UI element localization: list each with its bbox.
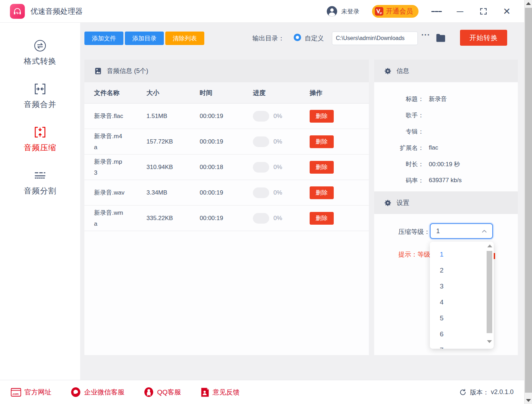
dropdown-option-6[interactable]: 6	[430, 326, 494, 342]
progress-percent: 0%	[273, 138, 282, 145]
dropdown-option-5[interactable]: 5	[430, 310, 494, 326]
info-field-value: 新录音	[429, 95, 447, 103]
file-duration: 00:00:18	[200, 164, 253, 171]
compress-level-hint: 提示：等级	[398, 250, 430, 259]
footer-link-official-site[interactable]: .com 官方网址	[11, 388, 51, 397]
custom-dir-radio[interactable]	[294, 34, 301, 41]
compress-arrows-icon	[33, 125, 48, 140]
add-dir-button[interactable]: 添加目录	[125, 32, 164, 45]
progress-cell: 0%	[253, 213, 310, 224]
window-scrollbar[interactable]	[524, 0, 532, 404]
svg-text:IP: IP	[380, 12, 382, 15]
table-row: 新录音.wav 3.34MB 00:00:19 0% 删除	[84, 180, 369, 206]
clear-list-button[interactable]: 清除列表	[165, 32, 204, 45]
swap-arrows-icon	[33, 38, 48, 53]
dropdown-option-1[interactable]: 1	[430, 246, 494, 262]
custom-dir-label[interactable]: 自定义	[305, 34, 324, 43]
footer-link-qq-support[interactable]: QQ客服	[144, 387, 181, 397]
start-convert-button[interactable]: 开始转换	[460, 30, 507, 46]
photo-image-icon	[94, 67, 102, 75]
sidebar-item-format-convert[interactable]: 格式转换	[0, 38, 80, 67]
column-header: 文件名称	[94, 89, 146, 97]
delete-button[interactable]: 删除	[310, 161, 334, 174]
info-field-label: 扩展名：	[374, 144, 424, 152]
compress-level-select[interactable]: 1	[430, 223, 493, 239]
output-path-input[interactable]	[332, 32, 418, 45]
info-field-label: 时长：	[374, 160, 424, 168]
version-info: 版本：v2.0.1.0	[459, 388, 514, 397]
info-field: 专辑：	[374, 123, 518, 140]
info-field: 扩展名： flac	[374, 140, 518, 156]
table-row: 新录音.flac 1.51MB 00:00:19 0% 删除	[84, 103, 369, 129]
progress-bar	[253, 162, 269, 173]
info-field: 码率： 639377 kb/s	[374, 172, 518, 189]
gear-icon	[384, 199, 392, 207]
info-field-label: 歌手：	[374, 111, 424, 119]
sidebar: 格式转换 音频合并 音频压缩 音频分割	[0, 23, 80, 380]
scroll-up-icon[interactable]	[487, 245, 492, 247]
scroll-up-icon[interactable]	[526, 2, 531, 5]
settings-panel-title: 设置	[397, 198, 409, 207]
open-vip-button[interactable]: IP 开通会员	[372, 5, 419, 18]
maximize-icon[interactable]	[478, 6, 489, 17]
user-avatar-icon[interactable]	[326, 6, 338, 17]
footer-link-feedback[interactable]: 意见反馈	[200, 387, 240, 397]
scroll-down-icon[interactable]	[526, 399, 531, 402]
file-size: 310.94KB	[146, 164, 200, 171]
info-panel-body: 标题： 新录音 歌手： 专辑： 扩展名： flac 时长： 00:00:19 秒…	[374, 82, 518, 191]
add-file-button[interactable]: 添加文件	[84, 32, 123, 45]
dropdown-option-4[interactable]: 4	[430, 294, 494, 310]
dropdown-options: 1234567	[430, 246, 494, 349]
sidebar-item-audio-merge[interactable]: 音频合并	[0, 82, 80, 110]
delete-button[interactable]: 删除	[310, 135, 334, 148]
sidebar-item-audio-compress[interactable]: 音频压缩	[0, 125, 80, 153]
file-name: 新录音.mp3	[94, 156, 125, 178]
file-name: 新录音.m4a	[94, 131, 125, 153]
settings-panel-header: 设置	[374, 191, 518, 214]
scroll-down-icon[interactable]	[487, 340, 492, 343]
version-label: 版本：	[470, 388, 489, 397]
open-vip-label: 开通会员	[386, 7, 413, 16]
dropdown-option-2[interactable]: 2	[430, 262, 494, 278]
browse-more-button[interactable]: ···	[421, 30, 430, 40]
footer-link-wechat-support[interactable]: 企业微信客服	[71, 387, 124, 397]
dashed-lines-icon	[33, 168, 48, 183]
feedback-doc-icon	[200, 387, 210, 397]
file-size: 3.34MB	[146, 189, 200, 196]
minimize-icon[interactable]: ─	[455, 6, 465, 17]
file-table-columns: 文件名称大小时间进度操作	[84, 82, 369, 103]
refresh-icon[interactable]	[459, 388, 467, 396]
dropdown-option-3[interactable]: 3	[430, 278, 494, 294]
footer: .com 官方网址 企业微信客服 QQ客服	[0, 380, 532, 404]
file-duration: 00:00:19	[200, 138, 253, 145]
table-row: 新录音.m4a 157.72KB 00:00:19 0% 删除	[84, 129, 369, 155]
login-status[interactable]: 未登录	[341, 7, 359, 16]
file-name: 新录音.wma	[94, 207, 125, 229]
info-field-value: flac	[429, 144, 438, 151]
dropdown-option-7[interactable]: 7	[430, 342, 494, 349]
menu-icon[interactable]	[431, 6, 442, 17]
sidebar-item-audio-split[interactable]: 音频分割	[0, 168, 80, 196]
folder-icon[interactable]	[435, 32, 447, 44]
dropdown-scrollbar[interactable]	[487, 244, 493, 347]
info-field-label: 专辑：	[374, 128, 424, 136]
info-field: 时长： 00:00:19 秒	[374, 156, 518, 172]
column-header: 操作	[310, 89, 369, 97]
progress-bar	[253, 136, 269, 147]
file-size: 1.51MB	[146, 113, 200, 120]
file-size: 157.72KB	[146, 138, 200, 145]
scroll-thumb[interactable]	[525, 8, 532, 393]
close-icon[interactable]: ✕	[501, 6, 512, 17]
info-field: 歌手：	[374, 107, 518, 123]
info-panel-header: 信息	[374, 60, 518, 82]
delete-button[interactable]: 删除	[310, 212, 334, 225]
progress-bar	[253, 187, 269, 198]
app-title: 优速音频处理器	[31, 6, 83, 16]
column-header: 进度	[253, 89, 310, 97]
progress-bar	[253, 213, 269, 224]
table-row: 新录音.mp3 310.94KB 00:00:18 0% 删除	[84, 155, 369, 180]
file-duration: 00:00:19	[200, 113, 253, 120]
delete-button[interactable]: 删除	[310, 186, 334, 199]
delete-button[interactable]: 删除	[310, 110, 334, 123]
dropdown-scroll-thumb[interactable]	[487, 251, 492, 333]
